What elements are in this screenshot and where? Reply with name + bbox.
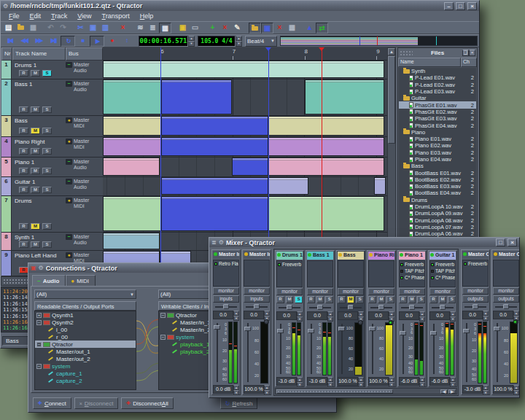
dock-grip[interactable] <box>400 50 413 56</box>
pan-slider[interactable] <box>338 304 364 311</box>
pan-handle[interactable] <box>317 305 323 310</box>
mute-button[interactable]: M <box>408 296 416 303</box>
spin-up-icon[interactable]: ▲ <box>483 311 489 316</box>
fader-handle[interactable] <box>494 327 500 331</box>
spin-down-icon[interactable]: ▼ <box>358 382 364 387</box>
plugin-led-icon[interactable] <box>214 262 217 265</box>
transport-rewind-icon[interactable]: ◀◀ <box>17 36 31 47</box>
close-button[interactable]: × <box>467 2 477 10</box>
gain-spinner[interactable]: ▲▼ <box>450 377 456 384</box>
record-button[interactable]: R <box>19 70 28 77</box>
spin-up-icon[interactable]: ▲ <box>297 377 303 382</box>
record-button[interactable]: R <box>19 168 28 174</box>
arrange-track-lane[interactable] <box>103 79 387 116</box>
client-row[interactable]: −Qsynth2 <box>35 319 136 326</box>
vscroll-thumb[interactable] <box>388 56 395 144</box>
pan-handle[interactable] <box>378 305 384 310</box>
file-row[interactable]: PhasGit E03.wav2 <box>399 115 476 122</box>
plugin-led-icon[interactable] <box>431 263 434 266</box>
mute-button[interactable]: M <box>378 296 386 303</box>
menu-help[interactable]: Help <box>135 12 159 20</box>
monitor-button[interactable]: monitor <box>307 288 333 295</box>
plugin-led-icon[interactable] <box>278 263 281 266</box>
tab-midi[interactable]: ●MIDI <box>66 275 96 286</box>
gain-value[interactable]: 100.0 % <box>493 385 513 394</box>
file-row[interactable]: DrumLoopA 10.wav2 <box>399 203 476 210</box>
port-row[interactable]: Master/out_1 <box>35 348 136 355</box>
pan-value[interactable]: 0.0 <box>338 311 358 320</box>
clip[interactable] <box>161 137 268 156</box>
plugin-led-icon[interactable] <box>431 276 434 279</box>
transport-record-icon[interactable]: ● <box>104 36 119 47</box>
view-mixer-icon[interactable]: × <box>273 23 286 34</box>
clip[interactable] <box>103 158 160 176</box>
fader-rail[interactable] <box>244 322 251 384</box>
pan-handle[interactable] <box>440 305 446 310</box>
gain-value[interactable]: -6.0 dB <box>399 377 419 386</box>
mute-button[interactable]: M <box>31 168 40 174</box>
spin-down-icon[interactable]: ▼ <box>188 41 195 47</box>
mixer-strip[interactable]: Piano 1Freeverb (TAP PitchC* Phaserlmoni… <box>397 250 427 387</box>
fader-rail[interactable] <box>463 322 469 384</box>
transport-stop-icon[interactable]: ■ <box>75 36 90 47</box>
spin-down-icon[interactable]: ▼ <box>236 41 242 47</box>
file-row[interactable]: P-Lead E01.wav2 <box>399 74 476 81</box>
plugin-item[interactable]: C* Phaserl <box>400 274 424 281</box>
fader-rail[interactable] <box>308 322 314 376</box>
spin-up-icon[interactable]: ▲ <box>188 36 195 42</box>
clip[interactable] <box>103 196 161 231</box>
loop-start-marker[interactable] <box>160 47 161 276</box>
mute-button[interactable]: M <box>439 296 447 303</box>
minimize-button[interactable]: – <box>444 2 454 10</box>
readable-filter-combo[interactable]: (All)▼ <box>34 289 136 299</box>
spin-up-icon[interactable]: ▲ <box>358 377 364 382</box>
file-row[interactable]: DrumLoopA 09.wav2 <box>399 210 476 217</box>
loop-set-icon[interactable]: ▣ <box>176 23 189 34</box>
transport-loop-icon[interactable]: ↻ <box>61 36 75 47</box>
file-row[interactable]: P-Lead E03.wav2 <box>399 88 476 95</box>
fader-handle[interactable] <box>244 327 251 331</box>
solo-button[interactable]: S <box>325 296 333 303</box>
file-row[interactable]: Piano E04.wav2 <box>399 156 476 163</box>
view-connections-icon[interactable]: ▣ <box>261 23 273 34</box>
pan-value[interactable]: 0.0 <box>213 311 233 319</box>
mixer-strip[interactable]: Piano RigmonitorRMS0.0▲▼10080604020100.0… <box>367 250 396 387</box>
plugin-led-icon[interactable] <box>431 270 434 273</box>
arrange-track-lane[interactable] <box>103 116 387 137</box>
port-row[interactable]: capture_1 <box>35 370 136 377</box>
file-row[interactable]: Piano E03.wav2 <box>399 149 476 156</box>
solo-button[interactable]: S <box>448 296 456 303</box>
plugin-item[interactable]: C* Phaserl <box>430 274 455 281</box>
spin-up-icon[interactable]: ▲ <box>233 311 239 316</box>
mixer-hscroll-thumb[interactable] <box>276 389 393 394</box>
file-group-row[interactable]: Drums <box>399 197 476 203</box>
monitor-button[interactable]: monitor <box>338 288 364 295</box>
connect-button[interactable]: ✚Connect <box>33 397 71 409</box>
file-row[interactable]: PhasGit E01.wav2 <box>399 101 476 108</box>
client-row[interactable]: +Qsynth1 <box>35 311 136 319</box>
arrange-track-lane[interactable] <box>103 61 387 79</box>
file-row[interactable]: BootBass E04.wav2 <box>399 190 476 196</box>
pan-handle[interactable] <box>287 305 292 310</box>
pan-spinner[interactable]: ▲▼ <box>389 311 394 319</box>
solo-button[interactable]: S <box>42 128 52 134</box>
collapse-icon[interactable]: − <box>160 313 166 318</box>
pan-spinner[interactable]: ▲▼ <box>358 311 364 319</box>
record-button[interactable]: R <box>19 106 28 113</box>
clip[interactable] <box>268 116 384 136</box>
menu-edit[interactable]: Edit <box>25 12 47 20</box>
spin-down-icon[interactable]: ▼ <box>450 382 456 387</box>
plugin-list[interactable]: Freeverb (TAP PitchC* Phaserl <box>399 260 425 287</box>
plugin-list[interactable] <box>244 260 270 287</box>
record-button[interactable]: R <box>368 296 376 303</box>
fader-handle[interactable] <box>463 329 470 333</box>
spin-up-icon[interactable]: ▲ <box>297 311 303 316</box>
expand-icon[interactable]: + <box>36 313 42 318</box>
edit-rect-mode-icon[interactable]: ▦ <box>159 23 171 34</box>
transport-punch-icon[interactable]: ↕ <box>119 36 133 47</box>
pan-value[interactable]: 0.0 <box>462 311 483 319</box>
track-col-track-name[interactable]: Track Name <box>12 47 66 61</box>
pan-spinner[interactable]: ▲▼ <box>419 311 425 319</box>
files-col-name[interactable]: Name <box>398 58 461 67</box>
fader-handle[interactable] <box>338 327 345 331</box>
